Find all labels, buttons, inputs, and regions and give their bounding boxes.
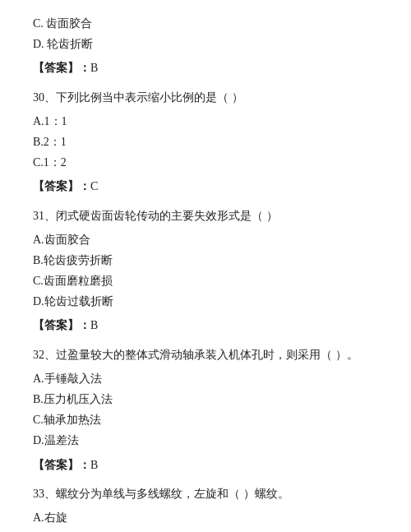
option-b-q33: B.高旋 xyxy=(33,528,378,532)
question-32-text: 32、过盈量较大的整体式滑动轴承装入机体孔时，则采用（ ）。 xyxy=(33,349,358,361)
option-a-q32: A.手锤敲入法 xyxy=(33,368,378,389)
answer-q29: 【答案】：B xyxy=(33,58,378,78)
option-a-q31: A.齿面胶合 xyxy=(33,229,378,250)
option-b-q31: B.轮齿疲劳折断 xyxy=(33,250,378,271)
question-32: 32、过盈量较大的整体式滑动轴承装入机体孔时，则采用（ ）。 xyxy=(33,345,378,365)
answer-q30: 【答案】：C xyxy=(33,176,378,197)
option-c-q31: C.齿面磨粒磨损 xyxy=(33,271,378,291)
option-c-q30: C.1：2 xyxy=(33,152,378,173)
option-b-q30: B.2：1 xyxy=(33,132,378,152)
q31-options: A.齿面胶合 B.轮齿疲劳折断 C.齿面磨粒磨损 D.轮齿过载折断 xyxy=(33,229,378,312)
q30-options: A.1：1 B.2：1 C.1：2 xyxy=(33,111,378,173)
option-d-q32: D.温差法 xyxy=(33,430,378,451)
option-a-q33: A.右旋 xyxy=(33,507,378,528)
option-d-q29: D. 轮齿折断 xyxy=(33,34,378,54)
answer-q31: 【答案】：B xyxy=(33,315,378,335)
q33-options: A.右旋 B.高旋 C.低旋 D.多旋 xyxy=(33,507,378,532)
option-b-q32: B.压力机压入法 xyxy=(33,389,378,409)
question-31-text: 31、闭式硬齿面齿轮传动的主要失效形式是（ ） xyxy=(33,210,278,222)
q29-remaining-options: C. 齿面胶合 D. 轮齿折断 xyxy=(33,13,378,54)
option-c-q32: C.轴承加热法 xyxy=(33,409,378,430)
question-30-text: 30、下列比例当中表示缩小比例的是（ ） xyxy=(33,91,243,104)
option-d-q31: D.轮齿过载折断 xyxy=(33,291,378,312)
option-a-q30: A.1：1 xyxy=(33,111,378,132)
answer-q32: 【答案】：B xyxy=(33,455,378,475)
question-30: 30、下列比例当中表示缩小比例的是（ ） xyxy=(33,87,378,108)
question-31: 31、闭式硬齿面齿轮传动的主要失效形式是（ ） xyxy=(33,206,378,226)
q32-options: A.手锤敲入法 B.压力机压入法 C.轴承加热法 D.温差法 xyxy=(33,368,378,451)
option-c-q29: C. 齿面胶合 xyxy=(33,13,378,34)
question-33-text: 33、螺纹分为单线与多线螺纹，左旋和（ ）螺纹。 xyxy=(33,488,289,500)
question-33: 33、螺纹分为单线与多线螺纹，左旋和（ ）螺纹。 xyxy=(33,483,378,504)
